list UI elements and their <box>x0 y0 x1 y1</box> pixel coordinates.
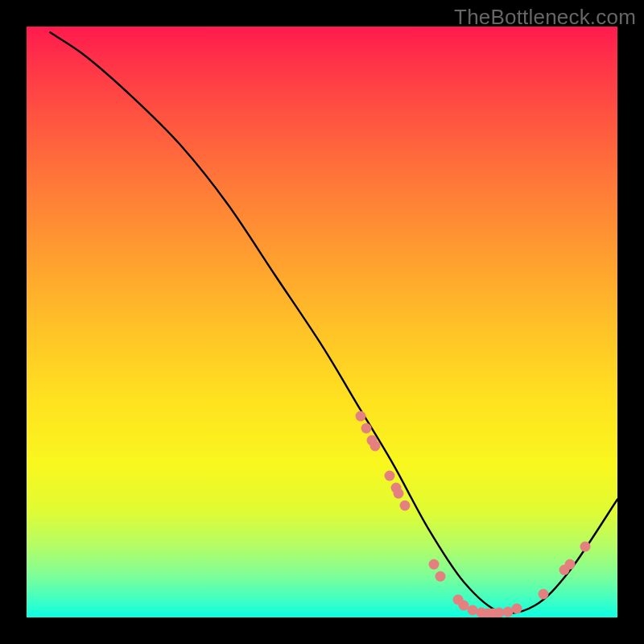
data-point-marker <box>435 571 445 581</box>
data-point-marker <box>355 411 365 422</box>
data-point-marker <box>385 470 395 481</box>
data-point-marker <box>370 441 381 452</box>
data-point-marker <box>429 559 440 569</box>
bottleneck-curve-path <box>50 32 617 613</box>
watermark-text: TheBottleneck.com <box>454 5 636 30</box>
data-point-marker <box>512 603 522 613</box>
plot-area <box>27 27 617 617</box>
data-point-marker <box>539 588 549 599</box>
data-point-marker <box>361 423 372 434</box>
data-point-marker <box>394 488 404 498</box>
data-point-marker <box>399 500 410 510</box>
data-point-marker <box>565 559 576 569</box>
curve-layer <box>27 27 617 617</box>
data-point-marker <box>580 541 590 551</box>
